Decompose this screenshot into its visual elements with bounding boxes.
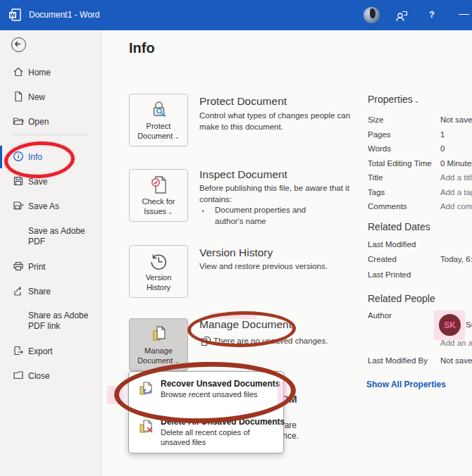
chevron-down-icon: ⌄ bbox=[174, 133, 180, 140]
inspect-document-description: Before publishing this file, be aware th… bbox=[199, 183, 354, 205]
sidebar-divider bbox=[13, 134, 88, 135]
sidebar-item-open[interactable]: Open bbox=[0, 114, 100, 131]
sidebar-item-print[interactable]: Print bbox=[0, 259, 100, 276]
sidebar-item-label: Open bbox=[28, 117, 49, 127]
save-as-icon bbox=[13, 200, 24, 211]
sidebar-item-label: Print bbox=[28, 262, 46, 272]
manage-document-heading: Manage Document bbox=[199, 318, 292, 331]
property-label: Tags bbox=[368, 188, 385, 196]
button-label: Manage Document⌄ bbox=[137, 346, 180, 366]
save-icon bbox=[13, 175, 24, 187]
sidebar-item-save-as-adobe-pdf[interactable]: Save as Adobe PDF bbox=[0, 226, 100, 250]
back-button[interactable] bbox=[11, 37, 26, 52]
manage-document-icon bbox=[147, 324, 170, 345]
inspect-document-icon bbox=[147, 175, 170, 196]
open-folder-icon bbox=[13, 115, 24, 127]
sidebar-item-label: Info bbox=[28, 152, 42, 162]
close-folder-icon bbox=[13, 370, 24, 381]
chevron-down-icon: ⌄ bbox=[168, 208, 173, 215]
new-document-icon bbox=[13, 91, 24, 102]
highlighter-mark bbox=[278, 382, 287, 405]
home-icon bbox=[13, 66, 24, 77]
version-history-icon bbox=[147, 251, 170, 272]
title-bar: Document1 - Word ? — bbox=[0, 0, 472, 30]
word-app-icon bbox=[8, 8, 23, 22]
author-avatar[interactable]: SK bbox=[439, 314, 461, 336]
page-title: Info bbox=[129, 40, 155, 56]
property-value: 1 bbox=[440, 130, 445, 139]
sidebar-item-home[interactable]: Home bbox=[0, 65, 100, 82]
export-icon bbox=[13, 345, 24, 356]
sidebar-item-label: Save as Adobe PDF bbox=[28, 226, 93, 247]
bullet-marker: ▪ bbox=[202, 206, 204, 217]
version-history-button[interactable]: Version History bbox=[129, 245, 188, 298]
sidebar-item-label: Share bbox=[28, 287, 51, 296]
sidebar-item-label: Save As bbox=[28, 201, 59, 211]
version-history-heading: Version History bbox=[199, 246, 273, 259]
author-label: Author bbox=[368, 311, 392, 320]
manage-document-dropdown-menu: Recover Unsaved Documents Browse recent … bbox=[128, 371, 284, 453]
property-label: Pages bbox=[368, 130, 391, 139]
property-value: 0 Minutes bbox=[440, 159, 472, 168]
property-value-placeholder[interactable]: Add a tag bbox=[440, 188, 472, 196]
delete-unsaved-icon bbox=[138, 418, 157, 437]
sidebar-item-new[interactable]: New bbox=[0, 89, 100, 106]
sidebar-item-close[interactable]: Close bbox=[0, 368, 100, 385]
highlighter-mark bbox=[107, 386, 124, 404]
share-icon bbox=[13, 285, 24, 296]
properties-header[interactable]: Properties⌄ bbox=[368, 94, 419, 105]
property-value-placeholder[interactable]: Add a title bbox=[440, 173, 472, 182]
account-avatar[interactable] bbox=[364, 7, 380, 23]
related-dates-header: Related Dates bbox=[368, 221, 430, 232]
sidebar-item-save[interactable]: Save bbox=[0, 174, 100, 191]
backstage-sidebar: Home New Open Info Save Save As Save as … bbox=[0, 30, 101, 476]
show-all-properties-link[interactable]: Show All Properties bbox=[366, 380, 446, 389]
last-modified-by-label: Last Modified By bbox=[368, 356, 428, 365]
sidebar-item-share[interactable]: Share bbox=[0, 284, 100, 301]
chevron-down-icon: ⌄ bbox=[414, 97, 420, 104]
protect-document-heading: Protect Document bbox=[199, 95, 287, 108]
sidebar-item-label: Save bbox=[28, 177, 47, 187]
property-label: Title bbox=[368, 173, 383, 182]
lock-key-icon bbox=[147, 99, 170, 120]
version-history-description: View and restore previous versions. bbox=[199, 261, 354, 273]
check-for-issues-button[interactable]: Check for Issues⌄ bbox=[129, 169, 188, 222]
property-label: Total Editing Time bbox=[368, 159, 432, 168]
sidebar-item-label: New bbox=[28, 92, 45, 102]
sidebar-item-save-as[interactable]: Save As bbox=[0, 199, 100, 215]
button-label: Check for Issues⌄ bbox=[142, 196, 175, 217]
highlighter-mark bbox=[210, 313, 256, 319]
sidebar-item-label: Close bbox=[28, 371, 50, 381]
property-value: Not saved bbox=[440, 115, 472, 124]
inspect-document-heading: Inspect Document bbox=[199, 168, 287, 181]
sidebar-item-share-as-adobe-pdf-link[interactable]: Share as Adobe PDF link bbox=[0, 311, 100, 334]
help-icon[interactable]: ? bbox=[429, 9, 435, 20]
recover-unsaved-icon bbox=[138, 380, 157, 399]
minimize-icon[interactable]: — bbox=[459, 7, 469, 19]
protect-document-button[interactable]: Protect Document⌄ bbox=[129, 94, 188, 146]
button-label: Version History bbox=[146, 273, 172, 292]
menu-item-recover-unsaved-documents[interactable]: Recover Unsaved Documents Browse recent … bbox=[129, 377, 283, 414]
property-label: Size bbox=[368, 115, 383, 124]
last-modified-by-value: Not saved bbox=[440, 356, 472, 365]
sidebar-item-export[interactable]: Export bbox=[0, 344, 100, 361]
sidebar-item-info[interactable]: Info bbox=[0, 149, 100, 166]
related-date-label: Last Printed bbox=[368, 270, 411, 279]
sidebar-item-label: Export bbox=[28, 346, 53, 356]
print-icon bbox=[13, 261, 24, 272]
menu-item-delete-all-unsaved-documents[interactable]: Delete All Unsaved Documents Delete all … bbox=[129, 415, 283, 452]
contacts-icon[interactable] bbox=[395, 9, 408, 22]
inspect-document-bullet: ▪ Document properties and author's name bbox=[202, 205, 336, 227]
related-people-header: Related People bbox=[368, 293, 435, 304]
documents-icon bbox=[201, 336, 211, 346]
property-value: 0 bbox=[440, 144, 445, 153]
sidebar-item-label: Share as Adobe PDF link bbox=[28, 311, 93, 332]
property-label: Comments bbox=[368, 202, 407, 211]
manage-document-button[interactable]: Manage Document⌄ bbox=[129, 318, 188, 371]
related-date-label: Created bbox=[368, 255, 397, 263]
related-date-label: Last Modified bbox=[368, 240, 416, 249]
property-value-placeholder[interactable]: Add comments bbox=[440, 202, 472, 211]
sidebar-item-label: Home bbox=[28, 68, 51, 77]
author-name: Su bbox=[466, 320, 472, 329]
info-icon bbox=[13, 151, 24, 162]
